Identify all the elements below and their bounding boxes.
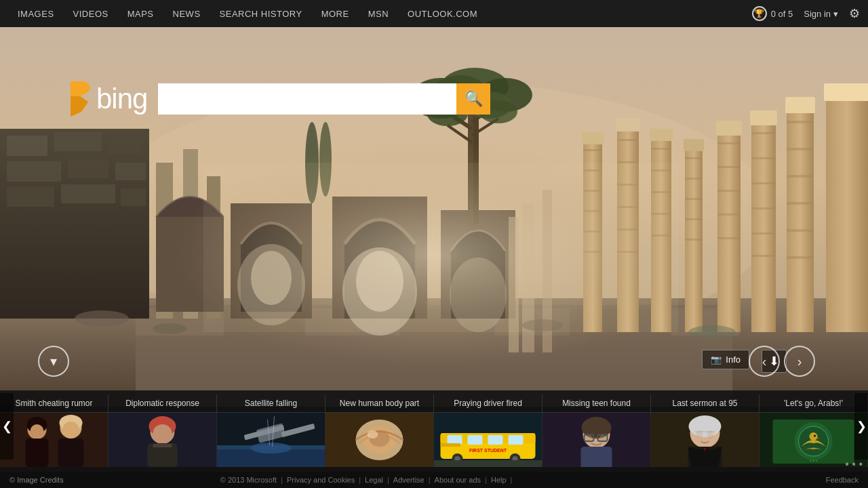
footer-sep-2: | [359, 476, 361, 484]
bing-b-icon [68, 81, 94, 117]
chevron-left-icon: ‹ [762, 354, 767, 369]
svg-point-164 [586, 435, 593, 441]
news-card-teen[interactable] [542, 413, 651, 467]
rewards-badge[interactable]: 🏆 0 of 5 [752, 6, 793, 21]
svg-rect-159 [581, 447, 612, 467]
svg-rect-128 [153, 444, 172, 447]
news-title-teen[interactable]: Missing teen found [542, 394, 651, 412]
nav-msn[interactable]: MSN [359, 0, 398, 27]
news-card-driver[interactable]: FIRST STUDENT [434, 413, 542, 467]
top-navigation: IMAGES VIDEOS MAPS NEWS SEARCH HISTORY M… [0, 0, 868, 27]
svg-rect-148 [488, 435, 503, 445]
news-title-arabs[interactable]: 'Let's go, Arabs!' [760, 394, 868, 412]
news-title-smith[interactable]: Smith cheating rumor [0, 394, 108, 412]
camera-icon: 📷 [711, 354, 722, 365]
svg-rect-147 [468, 435, 483, 445]
svg-text:FIRST STUDENT: FIRST STUDENT [469, 448, 507, 453]
footer-advertise[interactable]: Advertise [393, 476, 425, 484]
nav-news[interactable]: NEWS [163, 0, 210, 27]
nav-search-history[interactable]: SEARCH HISTORY [210, 0, 312, 27]
svg-rect-118 [58, 439, 84, 467]
image-credits[interactable]: © Image Credits [9, 476, 64, 484]
search-input[interactable] [158, 83, 456, 115]
svg-rect-114 [0, 413, 108, 467]
footer-sep-3: | [387, 476, 389, 484]
info-button[interactable]: 📷 Info [702, 350, 749, 369]
svg-rect-156 [434, 460, 542, 467]
sign-in-label: Sign in [804, 9, 831, 19]
search-box-container: 🔍 [158, 83, 490, 115]
svg-point-122 [63, 422, 79, 436]
feedback-button[interactable]: Feedback [826, 476, 859, 484]
svg-rect-146 [448, 435, 462, 445]
footer-center: © 2013 Microsoft | Privacy and Cookies |… [220, 476, 513, 484]
news-card-smith[interactable] [0, 413, 108, 467]
svg-point-142 [368, 430, 378, 439]
footer-about-ads[interactable]: About our ads [435, 476, 481, 484]
svg-point-165 [599, 435, 606, 441]
svg-rect-149 [509, 435, 524, 445]
news-title-driver[interactable]: Praying driver fired [434, 394, 542, 412]
news-nav-next-button[interactable]: › [784, 346, 815, 377]
settings-button[interactable]: ⚙ [849, 6, 860, 21]
nav-maps[interactable]: MAPS [118, 0, 163, 27]
footer-sep-1: | [281, 476, 283, 484]
search-area: bing 🔍 [68, 81, 490, 117]
footer: © Image Credits © 2013 Microsoft | Priva… [0, 472, 868, 488]
news-nav-prev-button[interactable]: ‹ [749, 346, 780, 377]
svg-point-135 [251, 443, 292, 453]
sign-in-chevron: ▾ [833, 9, 838, 19]
nav-more[interactable]: MORE [312, 0, 359, 27]
news-strip: Smith cheating rumor Diplomatic response… [0, 390, 868, 472]
bing-logo-text: bing [96, 83, 147, 115]
sign-in-button[interactable]: Sign in ▾ [804, 9, 838, 19]
svg-point-121 [31, 424, 44, 438]
svg-point-127 [153, 424, 172, 442]
rewards-icon: 🏆 [752, 6, 767, 21]
footer-copyright: © 2013 Microsoft [220, 476, 277, 484]
news-title-body[interactable]: New human body part [326, 394, 434, 412]
nav-right: 🏆 0 of 5 Sign in ▾ ⚙ [752, 6, 860, 21]
footer-sep-4: | [429, 476, 431, 484]
news-title-sermon[interactable]: Last sermon at 95 [651, 394, 760, 412]
chevron-down-icon: ▾ [50, 353, 57, 369]
strip-next-icon: ❯ [856, 419, 867, 434]
footer-legal[interactable]: Legal [365, 476, 383, 484]
search-icon: 🔍 [465, 90, 483, 108]
news-title-satellite[interactable]: Satellite falling [217, 394, 326, 412]
nav-links: IMAGES VIDEOS MAPS NEWS SEARCH HISTORY M… [8, 0, 487, 27]
svg-rect-116 [26, 439, 49, 467]
nav-images[interactable]: IMAGES [8, 0, 64, 27]
chevron-right-icon: › [797, 354, 802, 369]
news-card-diplomatic[interactable] [108, 413, 217, 467]
svg-point-177 [810, 432, 818, 441]
svg-rect-150 [441, 443, 461, 447]
nav-outlook[interactable]: OUTLOOK.COM [398, 0, 487, 27]
search-button[interactable]: 🔍 [456, 83, 490, 115]
bing-logo: bing [68, 81, 147, 117]
svg-text:● ● ●: ● ● ● [810, 458, 818, 462]
news-card-body[interactable] [326, 413, 434, 467]
more-options-button[interactable]: • • • [845, 458, 863, 470]
news-titles-row: Smith cheating rumor Diplomatic response… [0, 390, 868, 413]
scroll-down-button[interactable]: ▾ [38, 346, 69, 377]
news-images-row: FIRST STUDENT [0, 413, 868, 467]
info-label: Info [726, 354, 741, 365]
svg-point-178 [814, 435, 816, 437]
nav-videos[interactable]: VIDEOS [64, 0, 118, 27]
footer-help[interactable]: Help [491, 476, 507, 484]
news-card-satellite[interactable] [217, 413, 326, 467]
strip-prev-icon: ❮ [2, 419, 12, 434]
news-title-diplomatic[interactable]: Diplomatic response [108, 394, 217, 412]
footer-sep-6: | [511, 476, 513, 484]
footer-privacy[interactable]: Privacy and Cookies [287, 476, 355, 484]
news-card-sermon[interactable] [651, 413, 760, 467]
strip-prev-button[interactable]: ❮ [0, 393, 14, 460]
svg-rect-113 [203, 163, 678, 332]
strip-next-button[interactable]: ❯ [854, 393, 868, 460]
svg-point-169 [689, 415, 722, 437]
rewards-count: 0 of 5 [771, 9, 793, 19]
footer-sep-5: | [485, 476, 487, 484]
